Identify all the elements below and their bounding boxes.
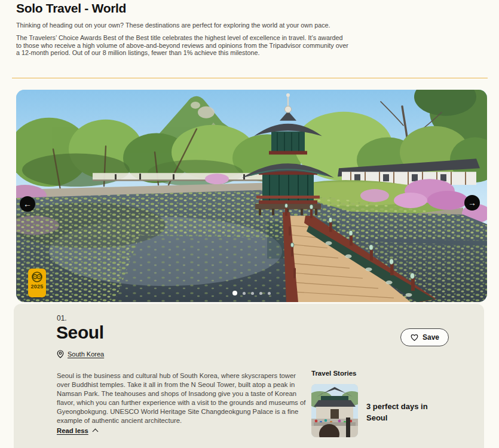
save-label: Save <box>423 333 439 342</box>
carousel-next-button[interactable]: → <box>464 195 480 211</box>
badge-year: 2025 <box>31 284 44 289</box>
owl-icon <box>30 271 44 283</box>
carousel-prev-button[interactable]: ← <box>20 196 35 212</box>
destination-carousel: ← → 2025 <box>16 90 487 302</box>
awards-note-text: The Travelers’ Choice Awards Best of the… <box>16 34 348 57</box>
carousel-dot-1[interactable] <box>232 291 237 295</box>
chevron-up-icon <box>92 429 98 435</box>
section-divider <box>12 78 488 78</box>
read-less-link[interactable]: Read less <box>57 427 97 434</box>
travel-story-thumbnail[interactable] <box>311 384 358 437</box>
arrow-right-icon: → <box>468 195 476 211</box>
destination-rank: 01. <box>57 314 67 322</box>
travel-stories-section: Travel Stories <box>311 370 482 437</box>
save-button[interactable]: Save <box>400 328 449 346</box>
destination-name: Seoul <box>56 322 104 343</box>
carousel-dot-3[interactable] <box>251 292 254 295</box>
carousel-dots <box>16 289 487 297</box>
carousel-dot-2[interactable] <box>243 292 246 295</box>
heart-icon <box>410 333 419 342</box>
story-photo-gyeongbokgung <box>311 384 358 437</box>
travel-stories-heading: Travel Stories <box>311 370 482 377</box>
travel-story-title[interactable]: 3 perfect days in Seoul <box>366 401 442 437</box>
country-link[interactable]: South Korea <box>57 350 104 358</box>
carousel-dot-4[interactable] <box>259 292 262 295</box>
page-title: Solo Travel - World <box>16 1 126 16</box>
carousel-dot-5[interactable] <box>268 292 271 295</box>
intro-text: Thinking of heading out on your own? The… <box>16 22 452 29</box>
destination-card: 01. Seoul South Korea Save Seoul is the … <box>14 304 484 448</box>
travel-story-card[interactable]: 3 perfect days in Seoul <box>311 384 482 437</box>
read-less-label: Read less <box>57 427 88 434</box>
arrow-left-icon: ← <box>23 196 32 212</box>
country-label: South Korea <box>68 351 104 358</box>
destination-description: Seoul is the business and cultural hub o… <box>57 371 307 425</box>
destination-photo-seoul[interactable] <box>16 90 487 302</box>
location-pin-icon <box>57 350 64 358</box>
